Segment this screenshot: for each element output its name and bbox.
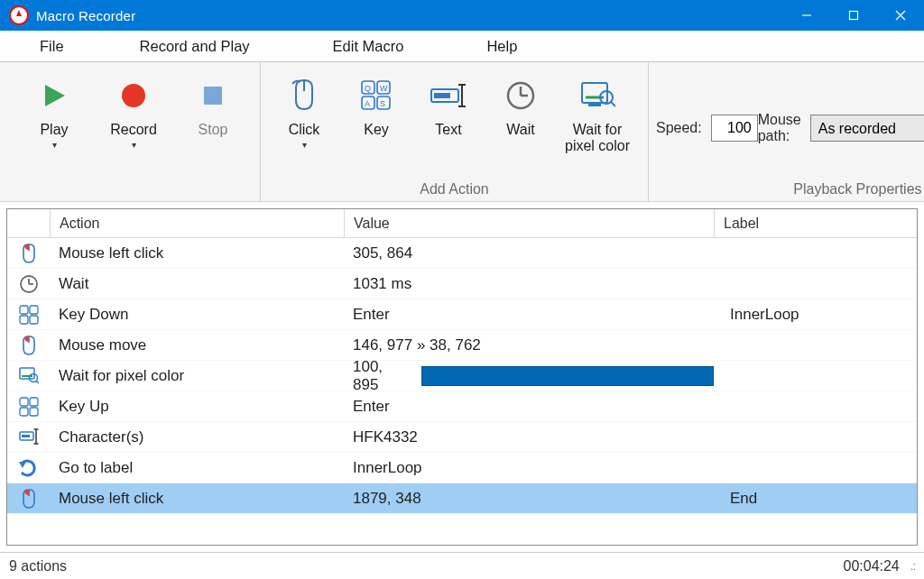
svg-rect-1 bbox=[850, 12, 858, 20]
cell-value: InnerLoop bbox=[344, 459, 714, 477]
pixel-icon bbox=[7, 366, 50, 386]
stop-icon bbox=[173, 75, 253, 116]
maximize-button[interactable] bbox=[830, 0, 877, 31]
pixel-color-icon bbox=[557, 75, 638, 116]
play-icon bbox=[14, 75, 94, 116]
cell-value: 100, 895 bbox=[344, 358, 714, 394]
clock-icon bbox=[7, 274, 50, 294]
cell-action: Key Up bbox=[50, 398, 344, 416]
table-row[interactable]: Mouse move146, 977 » 38, 762 bbox=[7, 330, 917, 361]
cell-value: 146, 977 » 38, 762 bbox=[344, 336, 714, 354]
text-icon bbox=[7, 427, 50, 447]
table-row[interactable]: Key UpEnter bbox=[7, 391, 917, 422]
status-time: 00:04:24 bbox=[843, 558, 899, 574]
svg-rect-6 bbox=[204, 87, 222, 105]
play-button[interactable]: Play ▾ bbox=[14, 75, 94, 201]
cell-value: 1879, 348 bbox=[344, 490, 714, 508]
color-swatch bbox=[421, 366, 714, 386]
svg-rect-25 bbox=[588, 104, 601, 106]
svg-text:Q: Q bbox=[365, 84, 371, 93]
svg-rect-24 bbox=[582, 83, 607, 103]
cell-value: Enter bbox=[344, 306, 714, 324]
svg-point-5 bbox=[122, 84, 145, 107]
table-row[interactable]: Mouse left click1879, 348End bbox=[7, 483, 917, 514]
chevron-down-icon: ▾ bbox=[14, 140, 94, 150]
play-label: Play bbox=[14, 122, 94, 138]
cell-label: End bbox=[714, 490, 917, 508]
speed-label: Speed: bbox=[656, 120, 702, 136]
clock-icon bbox=[485, 75, 557, 116]
table-row[interactable]: Character(s)HFK4332 bbox=[7, 422, 917, 453]
keys-icon bbox=[7, 397, 50, 417]
svg-rect-17 bbox=[434, 93, 450, 98]
chevron-down-icon: ▾ bbox=[268, 140, 340, 150]
svg-text:S: S bbox=[380, 99, 385, 108]
status-count: 9 actions bbox=[9, 558, 67, 574]
stop-button[interactable]: Stop bbox=[173, 75, 253, 201]
ribbon: Play ▾ Record ▾ Stop C bbox=[0, 62, 924, 202]
wait-label: Wait bbox=[485, 122, 557, 138]
cell-action: Wait bbox=[50, 275, 344, 293]
titlebar: Macro Recorder bbox=[0, 0, 924, 31]
mouse-icon bbox=[7, 335, 50, 355]
resize-grip-icon[interactable]: .: bbox=[910, 559, 915, 573]
statusbar: 9 actions 00:04:24 .: bbox=[0, 552, 924, 579]
cell-value: Enter bbox=[344, 398, 714, 416]
text-label: Text bbox=[412, 122, 485, 138]
mouse-path-select[interactable]: As recorded bbox=[810, 115, 924, 142]
cell-label: InnerLoop bbox=[714, 306, 917, 324]
table-row[interactable]: Wait1031 ms bbox=[7, 269, 917, 299]
col-icon[interactable] bbox=[7, 209, 50, 237]
mouse-icon bbox=[7, 244, 50, 263]
speed-input[interactable] bbox=[711, 115, 758, 142]
table-row[interactable]: Mouse left click305, 864 bbox=[7, 238, 917, 269]
chevron-down-icon: ▾ bbox=[94, 140, 173, 150]
col-value[interactable]: Value bbox=[344, 209, 714, 237]
click-label: Click bbox=[268, 122, 340, 138]
cell-value: 1031 ms bbox=[344, 275, 714, 293]
keys-icon bbox=[7, 305, 50, 325]
mouse-path-label: Mouse path: bbox=[758, 112, 801, 144]
svg-text:W: W bbox=[380, 84, 388, 93]
cell-action: Key Down bbox=[50, 306, 344, 324]
ribbon-group-add-action: Add Action bbox=[261, 181, 648, 198]
svg-text:A: A bbox=[365, 99, 370, 108]
key-label: Key bbox=[340, 122, 412, 138]
goto-icon bbox=[7, 458, 50, 478]
record-label: Record bbox=[94, 122, 173, 138]
record-icon bbox=[94, 75, 173, 116]
menu-edit-macro[interactable]: Edit Macro bbox=[291, 31, 446, 61]
col-label[interactable]: Label bbox=[714, 209, 917, 237]
menubar: File Record and Play Edit Macro Help bbox=[0, 31, 924, 62]
ribbon-group-playback: Playback Properties bbox=[649, 181, 924, 198]
mouse-icon bbox=[268, 75, 340, 116]
app-icon bbox=[9, 5, 29, 25]
mouse-icon bbox=[7, 489, 50, 509]
cell-action: Mouse move bbox=[50, 336, 344, 354]
cell-action: Mouse left click bbox=[50, 244, 344, 262]
cell-action: Go to label bbox=[50, 459, 344, 477]
record-button[interactable]: Record ▾ bbox=[94, 75, 173, 201]
wait-pixel-label: Wait forpixel color bbox=[557, 122, 638, 155]
menu-record-play[interactable]: Record and Play bbox=[98, 31, 291, 61]
close-button[interactable] bbox=[877, 0, 924, 31]
app-title: Macro Recorder bbox=[36, 8, 783, 23]
svg-line-28 bbox=[611, 102, 615, 106]
table-row[interactable]: Wait for pixel color100, 895 bbox=[7, 361, 917, 391]
macro-grid: Action Value Label Mouse left click305, … bbox=[6, 208, 918, 546]
stop-label: Stop bbox=[173, 122, 253, 138]
table-row[interactable]: Key DownEnterInnerLoop bbox=[7, 299, 917, 330]
cell-action: Character(s) bbox=[50, 428, 344, 446]
table-row[interactable]: Go to labelInnerLoop bbox=[7, 453, 917, 483]
key-icon: QW AS bbox=[340, 75, 412, 116]
menu-file[interactable]: File bbox=[18, 31, 98, 61]
text-icon bbox=[412, 75, 485, 116]
cell-action: Mouse left click bbox=[50, 490, 344, 508]
menu-help[interactable]: Help bbox=[445, 31, 559, 61]
cell-value: 305, 864 bbox=[344, 244, 714, 262]
minimize-button[interactable] bbox=[783, 0, 830, 31]
cell-value: HFK4332 bbox=[344, 428, 714, 446]
col-action[interactable]: Action bbox=[50, 209, 344, 237]
cell-action: Wait for pixel color bbox=[50, 367, 344, 385]
svg-marker-4 bbox=[45, 85, 65, 106]
